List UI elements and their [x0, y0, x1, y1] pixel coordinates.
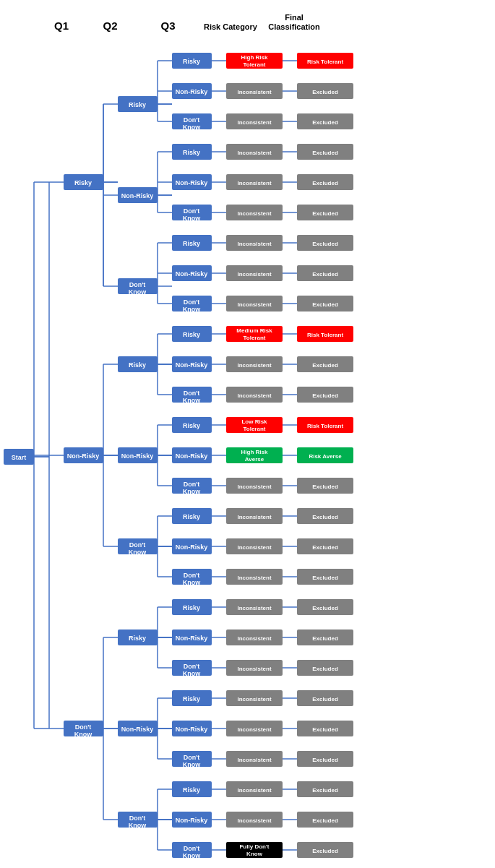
- svg-text:Excluded: Excluded: [312, 89, 338, 95]
- svg-text:Risky: Risky: [129, 101, 146, 108]
- svg-text:Risky: Risky: [183, 786, 200, 794]
- svg-text:Don't: Don't: [75, 723, 92, 731]
- svg-text:Low Risk: Low Risk: [241, 418, 267, 425]
- svg-text:Excluded: Excluded: [312, 362, 338, 369]
- svg-text:Know: Know: [183, 215, 201, 222]
- svg-text:Excluded: Excluded: [312, 848, 338, 854]
- svg-text:Excluded: Excluded: [312, 666, 338, 672]
- svg-text:Start: Start: [12, 454, 27, 461]
- svg-text:Tolerant: Tolerant: [244, 426, 266, 432]
- svg-text:Non-Risky: Non-Risky: [176, 635, 208, 642]
- svg-text:Don't: Don't: [184, 298, 200, 306]
- svg-text:Excluded: Excluded: [312, 514, 338, 520]
- svg-text:Inconsistent: Inconsistent: [237, 726, 271, 733]
- svg-text:Risky: Risky: [183, 422, 200, 429]
- svg-text:Know: Know: [183, 306, 201, 313]
- svg-text:Non-Risky: Non-Risky: [176, 88, 208, 95]
- q2-header: Q2: [83, 20, 137, 32]
- svg-text:Risky: Risky: [183, 604, 200, 611]
- svg-text:Inconsistent: Inconsistent: [237, 271, 271, 278]
- svg-text:Don't: Don't: [184, 663, 200, 670]
- svg-text:Risk Tolerant: Risk Tolerant: [307, 59, 343, 65]
- svg-text:Risky: Risky: [129, 635, 146, 642]
- svg-text:Risky: Risky: [129, 361, 146, 369]
- svg-text:Know: Know: [183, 579, 201, 586]
- svg-text:Inconsistent: Inconsistent: [237, 180, 271, 186]
- svg-text:Excluded: Excluded: [312, 787, 338, 794]
- svg-text:Excluded: Excluded: [312, 544, 338, 551]
- svg-text:Excluded: Excluded: [312, 484, 338, 490]
- svg-text:Don't: Don't: [184, 845, 200, 852]
- svg-text:High Risk: High Risk: [241, 54, 268, 61]
- svg-text:Excluded: Excluded: [312, 180, 338, 186]
- svg-text:Know: Know: [183, 488, 201, 495]
- svg-text:Fully Don't: Fully Don't: [239, 843, 269, 850]
- svg-text:Risky: Risky: [183, 695, 200, 702]
- svg-text:Medium Risk: Medium Risk: [236, 327, 272, 334]
- svg-text:Don't: Don't: [129, 541, 146, 549]
- svg-text:Inconsistent: Inconsistent: [237, 575, 271, 581]
- svg-text:Inconsistent: Inconsistent: [237, 392, 271, 399]
- svg-text:Excluded: Excluded: [312, 210, 338, 217]
- svg-text:Risk Tolerant: Risk Tolerant: [307, 332, 343, 338]
- svg-text:Risky: Risky: [74, 179, 92, 186]
- final-classification-header: Final Classification: [262, 13, 326, 32]
- svg-text:Know: Know: [129, 822, 147, 829]
- svg-text:Risk Averse: Risk Averse: [309, 453, 342, 460]
- svg-text:Inconsistent: Inconsistent: [237, 635, 271, 642]
- svg-text:Know: Know: [183, 124, 201, 131]
- svg-text:Inconsistent: Inconsistent: [237, 362, 271, 369]
- svg-text:Know: Know: [183, 852, 201, 859]
- svg-text:Non-Risky: Non-Risky: [176, 543, 208, 551]
- svg-text:Averse: Averse: [245, 456, 264, 463]
- svg-text:Know: Know: [246, 851, 263, 857]
- svg-text:Risky: Risky: [183, 331, 200, 338]
- svg-text:Non-Risky: Non-Risky: [121, 192, 154, 199]
- tree-svg: Start Risky Non-Risky Don't Know Risky: [0, 40, 495, 868]
- svg-text:Excluded: Excluded: [312, 241, 338, 247]
- svg-text:Excluded: Excluded: [312, 392, 338, 399]
- svg-text:Excluded: Excluded: [312, 635, 338, 642]
- svg-text:Don't: Don't: [184, 572, 200, 579]
- svg-text:Inconsistent: Inconsistent: [237, 514, 271, 520]
- svg-text:Tolerant: Tolerant: [244, 335, 266, 341]
- svg-text:Know: Know: [129, 288, 147, 296]
- tree-container: Q1 Q2 Q3 Risk Category Final Classificat…: [0, 0, 495, 868]
- svg-text:Know: Know: [183, 397, 201, 404]
- svg-text:Inconsistent: Inconsistent: [237, 544, 271, 551]
- q3-header: Q3: [137, 20, 199, 32]
- svg-text:Inconsistent: Inconsistent: [237, 787, 271, 794]
- svg-text:Don't: Don't: [184, 207, 200, 215]
- svg-text:Excluded: Excluded: [312, 119, 338, 126]
- svg-text:Risky: Risky: [183, 58, 200, 65]
- svg-text:Inconsistent: Inconsistent: [237, 210, 271, 217]
- svg-text:Know: Know: [129, 549, 147, 556]
- svg-text:Inconsistent: Inconsistent: [237, 484, 271, 490]
- svg-text:Risky: Risky: [183, 513, 200, 520]
- svg-text:Excluded: Excluded: [312, 817, 338, 824]
- svg-text:Non-Risky: Non-Risky: [67, 452, 100, 460]
- svg-text:Non-Risky: Non-Risky: [176, 361, 208, 369]
- svg-text:Know: Know: [183, 670, 201, 677]
- svg-text:Know: Know: [183, 761, 201, 768]
- svg-text:Inconsistent: Inconsistent: [237, 696, 271, 702]
- svg-text:Inconsistent: Inconsistent: [237, 89, 271, 95]
- svg-text:Non-Risky: Non-Risky: [176, 726, 208, 733]
- svg-text:Excluded: Excluded: [312, 605, 338, 611]
- svg-text:Excluded: Excluded: [312, 575, 338, 581]
- svg-text:Don't: Don't: [129, 281, 146, 288]
- svg-text:Excluded: Excluded: [312, 726, 338, 733]
- svg-text:Don't: Don't: [184, 116, 200, 124]
- svg-text:Inconsistent: Inconsistent: [237, 301, 271, 308]
- svg-text:Non-Risky: Non-Risky: [176, 179, 208, 186]
- svg-text:High Risk: High Risk: [241, 449, 268, 455]
- svg-text:Don't: Don't: [184, 481, 200, 488]
- svg-text:Don't: Don't: [129, 815, 146, 822]
- q1-header: Q1: [40, 20, 83, 32]
- svg-text:Non-Risky: Non-Risky: [121, 452, 154, 460]
- svg-text:Non-Risky: Non-Risky: [176, 270, 208, 278]
- svg-text:Don't: Don't: [184, 754, 200, 761]
- svg-text:Risky: Risky: [183, 240, 200, 247]
- svg-text:Inconsistent: Inconsistent: [237, 666, 271, 672]
- svg-text:Risky: Risky: [183, 149, 200, 156]
